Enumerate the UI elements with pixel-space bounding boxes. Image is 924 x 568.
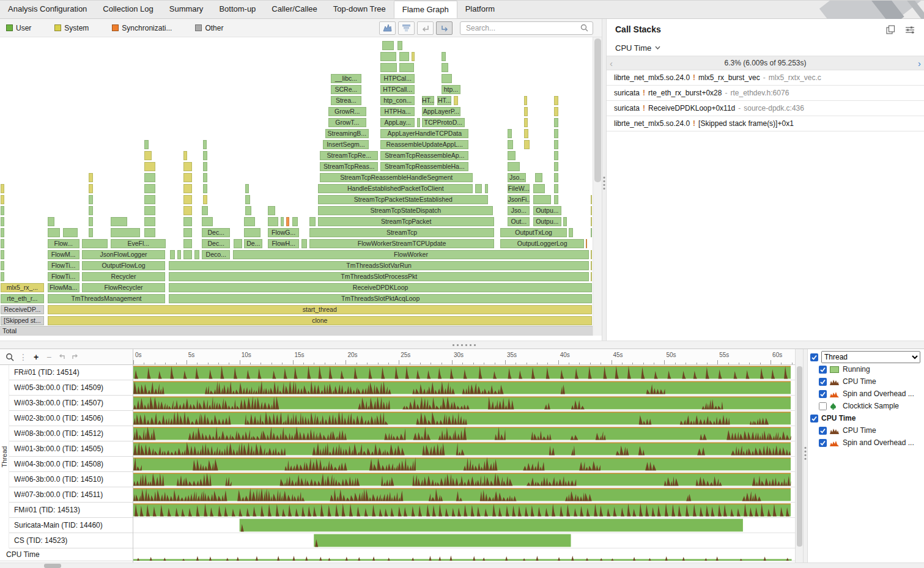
flame-box[interactable] <box>202 183 208 194</box>
flame-box[interactable] <box>183 238 193 249</box>
flame-box[interactable]: TmThreadsManagement <box>47 293 166 304</box>
flame-box[interactable] <box>88 172 94 183</box>
thread-row-label[interactable]: W#08-3b:00.0 (TID: 14512) <box>9 426 133 441</box>
vertical-splitter[interactable] <box>602 19 607 341</box>
thread-row-track[interactable] <box>133 472 795 487</box>
grouping-select[interactable]: Thread <box>821 351 920 363</box>
flame-box[interactable]: InsertSegm... <box>322 139 369 150</box>
thread-row-track[interactable] <box>133 380 795 396</box>
flame-box[interactable]: HTPCal... <box>380 73 415 84</box>
zoom-out-button[interactable]: − <box>45 352 53 362</box>
flame-box[interactable]: StreamTcpStateDispatch <box>317 205 493 216</box>
flame-box[interactable]: Flow... <box>47 238 80 249</box>
checkbox-checked[interactable] <box>810 353 818 361</box>
stacks-options-button[interactable] <box>904 24 915 34</box>
flame-box[interactable] <box>194 249 200 260</box>
thread-row-label[interactable]: W#07-3b:00.0 (TID: 14511) <box>9 487 133 503</box>
thread-row-label[interactable]: W#02-3b:00.0 (TID: 14506) <box>9 411 133 426</box>
checkbox-checked[interactable] <box>819 439 827 447</box>
tab-bottom-up[interactable]: Bottom-up <box>211 1 264 18</box>
flame-box[interactable] <box>397 40 403 51</box>
flame-box[interactable] <box>507 128 512 139</box>
flame-box[interactable]: De... <box>243 238 263 249</box>
flame-box[interactable] <box>110 227 140 238</box>
flame-box[interactable] <box>201 205 209 216</box>
checkbox-checked[interactable] <box>819 427 827 435</box>
flame-box[interactable]: OutputFlowLog <box>81 260 166 271</box>
flame-box[interactable] <box>0 271 5 282</box>
flame-box[interactable] <box>0 227 5 238</box>
flame-box[interactable]: htp_con... <box>380 95 415 106</box>
previous-stack-button[interactable]: ‹ <box>607 56 616 70</box>
flame-box[interactable] <box>202 139 207 150</box>
flame-box[interactable] <box>88 194 94 205</box>
flame-box[interactable] <box>563 216 568 227</box>
flame-box[interactable] <box>88 216 94 227</box>
flame-box[interactable] <box>144 161 155 172</box>
flame-box[interactable] <box>144 150 152 161</box>
flame-box[interactable] <box>523 106 529 117</box>
flame-box[interactable]: FlowTi... <box>47 271 80 282</box>
flame-scrollbar-thumb[interactable] <box>594 39 601 182</box>
flame-box[interactable]: HT... <box>421 95 435 106</box>
flame-box[interactable] <box>245 205 252 216</box>
flame-box[interactable]: OutputTxLog <box>500 227 567 238</box>
flame-box[interactable]: clone <box>47 315 593 326</box>
flame-box[interactable] <box>144 216 155 227</box>
flame-box[interactable] <box>585 238 588 249</box>
flame-box[interactable] <box>523 139 531 150</box>
flame-box[interactable] <box>144 183 155 194</box>
flame-box[interactable] <box>380 62 397 73</box>
flame-box[interactable] <box>0 205 5 216</box>
flame-box[interactable]: SCRe... <box>330 84 362 95</box>
flame-box[interactable]: HTPHa... <box>380 106 415 117</box>
flame-box[interactable] <box>411 51 416 62</box>
flame-box[interactable] <box>553 194 559 205</box>
undo-zoom-button[interactable] <box>57 353 66 360</box>
navigate-forward-button[interactable] <box>436 21 453 35</box>
legend-item-system[interactable]: System <box>54 24 89 32</box>
flame-box[interactable]: TCPProtoD... <box>421 117 465 128</box>
flame-box[interactable] <box>183 216 193 227</box>
flame-box[interactable] <box>533 194 552 205</box>
flame-box[interactable] <box>553 172 559 183</box>
flame-box[interactable] <box>507 150 516 161</box>
thread-row-label[interactable]: W#03-3b:00.0 (TID: 14507) <box>9 396 133 411</box>
tab-analysis-configuration[interactable]: Analysis Configuration <box>0 1 95 18</box>
flame-box[interactable]: StreamTcp <box>309 227 495 238</box>
flame-box[interactable]: StreamingB... <box>325 128 369 139</box>
flame-box[interactable]: FlowWorkerStreamTCPUpdate <box>309 238 495 249</box>
legend-item-synchronizati[interactable]: Synchronizati... <box>112 24 172 32</box>
flame-box[interactable] <box>553 150 559 161</box>
flame-box[interactable] <box>484 183 489 194</box>
timeline-vertical-scrollbar[interactable] <box>795 349 803 562</box>
thread-row-track[interactable] <box>133 426 795 441</box>
flame-box[interactable] <box>110 216 128 227</box>
tab-summary[interactable]: Summary <box>161 1 212 18</box>
flame-box[interactable] <box>533 183 545 194</box>
flame-graph[interactable]: [Skipped st...cloneReceiveDP...start_thr… <box>0 37 602 336</box>
flame-box[interactable]: Dec... <box>201 238 230 249</box>
flame-box[interactable] <box>0 183 5 194</box>
flame-box[interactable] <box>523 95 528 106</box>
horizontal-scrollbar-thumb[interactable] <box>44 564 61 568</box>
tab-collection-log[interactable]: Collection Log <box>95 1 161 18</box>
flame-box[interactable]: TmThreadsSlotProcessPkt <box>168 271 590 282</box>
checkbox-checked[interactable] <box>819 378 827 386</box>
flame-box[interactable]: FlowH... <box>267 238 300 249</box>
flame-box[interactable] <box>0 249 5 260</box>
flame-total-row[interactable]: Total <box>0 326 593 336</box>
flame-box[interactable] <box>245 183 249 194</box>
flame-box[interactable]: start_thread <box>47 304 593 315</box>
flame-box[interactable] <box>286 216 290 227</box>
flame-box[interactable]: HTPCall... <box>380 84 415 95</box>
thread-row-track[interactable] <box>133 518 795 533</box>
thread-row-label[interactable]: CS (TID: 14523) <box>9 533 133 548</box>
flame-box[interactable] <box>177 249 182 260</box>
thread-row-track[interactable] <box>133 365 795 380</box>
flame-box[interactable]: JsonFlowLogger <box>81 249 166 260</box>
flame-box[interactable] <box>553 95 559 106</box>
flame-box[interactable] <box>441 51 446 62</box>
flame-box[interactable]: Dec... <box>201 227 230 238</box>
stack-frame[interactable]: librte_net_mlx5.so.24.0!mlx5_rx_burst_ve… <box>607 70 924 86</box>
